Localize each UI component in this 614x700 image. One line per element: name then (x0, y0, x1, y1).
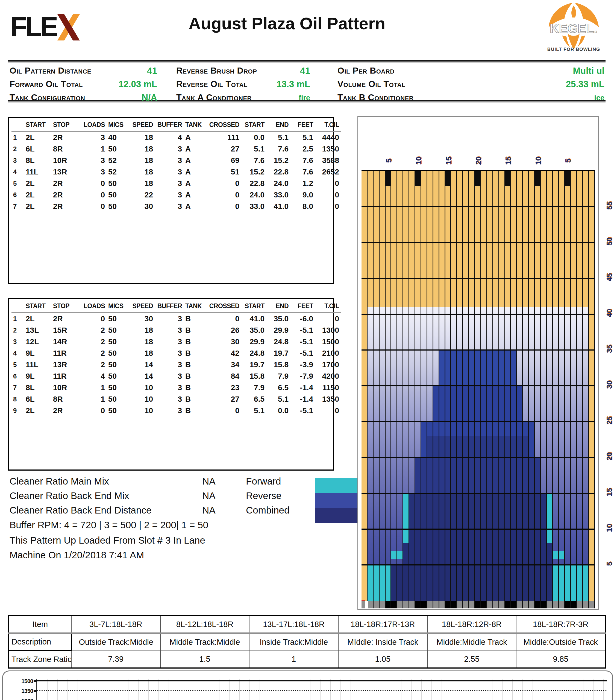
strip-red-mark (361, 600, 365, 601)
info-value: ice (337, 92, 604, 102)
chart-gridline (179, 679, 179, 700)
table-cell: B (184, 325, 205, 336)
table-cell: 10R (51, 382, 81, 393)
column-header: START (241, 300, 266, 313)
table-cell: 19.7 (241, 359, 266, 371)
table-cell: 1700 (315, 359, 341, 371)
table-cell: 40 (106, 132, 128, 143)
table-cell: 0 (205, 178, 241, 189)
table-cell: 18 (128, 178, 155, 189)
table-cell: 2652 (315, 166, 341, 178)
distance-line (361, 457, 595, 458)
table-cell: B (184, 336, 205, 348)
strip-cell (499, 601, 504, 609)
table-cell: 12L (24, 336, 51, 348)
legend-swatches (315, 478, 358, 523)
strip-cell (583, 601, 588, 609)
table-cell: 5 (12, 178, 24, 189)
strip-white-tick (365, 601, 368, 609)
column-header: BUFFER (155, 300, 184, 313)
chart-gridline (320, 679, 321, 700)
info-value: 41 (176, 66, 310, 76)
table-cell: 50 (106, 313, 128, 325)
table-cell: 3 (155, 348, 184, 359)
table-row: 69L11R450143B8415.87.9-7.94200 (12, 371, 341, 382)
table-cell: 1 (12, 313, 24, 325)
table-cell: 11R (51, 371, 81, 382)
table-cell: A (184, 189, 205, 201)
table-cell: 0.0 (241, 132, 266, 143)
table-cell: 1350 (315, 393, 341, 405)
track-cell: 1.05 (338, 651, 427, 668)
table-cell: 50 (106, 348, 128, 359)
table-cell: 35.0 (241, 325, 266, 336)
strip-cell (565, 601, 570, 609)
column-header (12, 119, 24, 132)
column-header: END (266, 300, 290, 313)
table-cell: 3 (155, 143, 184, 155)
table-cell: 69 (205, 155, 241, 166)
table-cell: 2L (24, 132, 51, 143)
table-cell: 50 (106, 393, 128, 405)
column-header: MICS (106, 300, 128, 313)
table-cell: 42 (205, 348, 241, 359)
table-cell: B (184, 382, 205, 393)
chart-gridline (482, 679, 482, 700)
strip-cell (463, 601, 468, 609)
track-ratio-row: Track Zone Ratio7.391.511.052.559.85 (9, 651, 605, 668)
info-value: 13.3 mL (176, 79, 310, 89)
table-cell: 1 (81, 382, 106, 393)
table-cell: 6.5 (266, 382, 290, 393)
table-cell: 2R (51, 189, 81, 201)
column-header: MICS (106, 119, 128, 132)
table-cell: 1 (81, 143, 106, 155)
board-label: 10 (534, 153, 542, 169)
table-cell: 7.6 (290, 155, 315, 166)
strip-cell (541, 601, 546, 609)
table-cell: 50 (106, 382, 128, 393)
table-cell: 51 (205, 166, 241, 178)
column-header: START (241, 119, 266, 132)
column-header: CROSSED (205, 119, 241, 132)
track-cell: Middle:Middle Track (427, 633, 516, 651)
distance-label: 40 (605, 305, 613, 321)
kegel-tagline: BUILT FOR BOWLING (547, 47, 600, 52)
distance-label: 35 (605, 341, 613, 357)
table-row: 26L8R150183A275.17.62.51350 (12, 143, 341, 155)
chart-line-1350 (37, 690, 607, 691)
chart-gridline (502, 679, 502, 700)
cleaner-ratio-value: NA (202, 476, 216, 487)
table-cell: 13R (51, 166, 81, 178)
table-cell: 4 (155, 132, 184, 143)
chart-gridline (462, 679, 462, 700)
chart-gridline (47, 679, 48, 700)
table-cell: 3 (81, 166, 106, 178)
chart-gridline (138, 679, 139, 700)
table-cell: 11L (24, 166, 51, 178)
table-cell: 0 (205, 189, 241, 201)
chart-gridline (472, 679, 472, 700)
track-cell: 1.5 (161, 651, 250, 668)
table-cell: 15.2 (241, 166, 266, 178)
table-cell: 15.8 (266, 359, 290, 371)
distance-label: 5 (605, 555, 613, 572)
divider-top (8, 60, 605, 62)
table-cell: 4440 (315, 132, 341, 143)
table-cell: 3 (155, 155, 184, 166)
table-cell: 0 (205, 201, 241, 212)
track-cell: Outside Track:Middle (71, 633, 161, 651)
column-header: TANK (184, 300, 205, 313)
table-cell: A (184, 155, 205, 166)
table-cell: 8R (51, 143, 81, 155)
flex-x-icon (57, 14, 80, 40)
table-cell: 6 (12, 371, 24, 382)
table-row: 312L14R250183B3029.924.8-5.11500 (12, 336, 341, 348)
table-row: 38L10R352183A697.615.27.63588 (12, 155, 341, 166)
strip-cell (421, 601, 426, 609)
table-cell: 24.0 (266, 178, 290, 189)
strip-cell (475, 601, 481, 609)
table-cell: -7.9 (290, 371, 315, 382)
table-cell: 3 (155, 336, 184, 348)
chart-ytick-label: 1500 (13, 678, 33, 684)
column-header: SPEED (128, 119, 155, 132)
